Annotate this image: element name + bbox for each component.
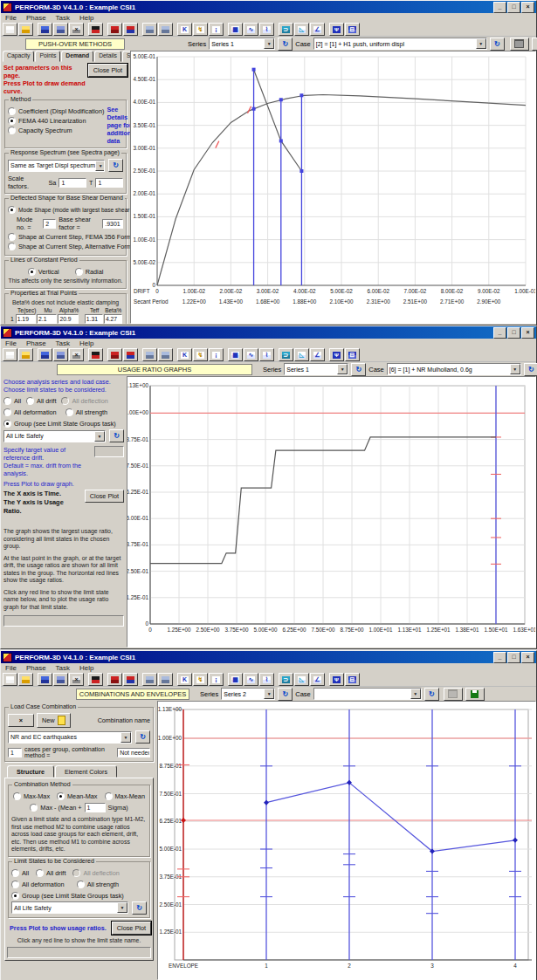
- chevron-down-icon[interactable]: ▼: [476, 38, 486, 49]
- maximize-icon[interactable]: □: [507, 652, 520, 663]
- base-shear-factor-field[interactable]: .9301: [102, 219, 123, 229]
- series-refresh-button[interactable]: ↻: [351, 363, 366, 376]
- trial-cell[interactable]: 4.27: [104, 314, 122, 324]
- close-plot-button[interactable]: Close Plot: [112, 922, 151, 935]
- case-dropdown[interactable]: [6] = [1] + NR Mulholland, 0.6g▼: [387, 363, 521, 375]
- toolbar-pan-view-icon[interactable]: [142, 348, 157, 361]
- toolbar-open-project-icon[interactable]: [18, 673, 33, 686]
- radio-max-mean[interactable]: Max-Mean: [105, 792, 145, 800]
- menu-help[interactable]: Help: [79, 14, 93, 22]
- radio-group[interactable]: Group (see Limit State Groups task): [11, 892, 147, 900]
- radio-all-strength[interactable]: All strength: [77, 881, 120, 888]
- toolbar-push-over-icon[interactable]: ⊃: [279, 348, 293, 361]
- radio-fema440[interactable]: FEMA 440 Linearization: [8, 117, 104, 125]
- radio-group[interactable]: Group (see Limit State Groups task): [3, 420, 124, 428]
- cases-per-group-field[interactable]: 1: [8, 748, 22, 757]
- spectrum-refresh-button[interactable]: ↻: [108, 159, 123, 172]
- group-refresh-button[interactable]: ↻: [132, 901, 147, 915]
- toolbar-pendulum-icon[interactable]: ¡: [209, 23, 224, 36]
- toolbar-limit-state-icon[interactable]: ◺: [294, 673, 309, 686]
- toolbar-save-as-icon[interactable]: [53, 673, 68, 686]
- tab-demand[interactable]: Demand: [61, 51, 93, 62]
- toolbar-display-screen-icon[interactable]: [88, 673, 103, 686]
- toolbar-time-history-icon[interactable]: ∿: [244, 348, 258, 361]
- series-refresh-button[interactable]: ↻: [278, 38, 293, 51]
- new-combination-button[interactable]: New: [37, 713, 71, 728]
- toolbar-stiffness-k-icon[interactable]: K: [177, 348, 192, 361]
- radio-all-drift[interactable]: All drift: [36, 869, 65, 877]
- title-bar[interactable]: PERFORM-3D V4.1.0 : Example CSI1 _ □ ×: [1, 326, 536, 339]
- tab-capacity[interactable]: Capacity: [3, 51, 34, 62]
- limit-state-group-dropdown[interactable]: All Life Safety▼: [11, 901, 128, 914]
- chevron-down-icon[interactable]: ▼: [264, 689, 274, 699]
- toolbar-display-monitor-icon[interactable]: ⊟: [345, 23, 360, 36]
- toolbar-pan-view-icon[interactable]: [142, 23, 157, 36]
- tab-element-colors[interactable]: Element Colors: [55, 765, 117, 778]
- toolbar-rotate-view-icon[interactable]: [158, 673, 173, 686]
- toolbar-frame-section-icon[interactable]: ▦: [228, 348, 243, 361]
- toolbar-save-icon[interactable]: [38, 23, 52, 36]
- toolbar-dynamic-load-icon[interactable]: ↯: [193, 348, 208, 361]
- toolbar-display-screen-icon[interactable]: [88, 348, 103, 361]
- menu-phase[interactable]: Phase: [26, 14, 46, 22]
- toolbar-tools-icon[interactable]: ×: [69, 348, 84, 361]
- radio-all[interactable]: All: [11, 869, 29, 877]
- toolbar-dynamic-load-icon[interactable]: ↯: [193, 673, 208, 686]
- chevron-down-icon[interactable]: ▼: [120, 732, 131, 743]
- toolbar-time-history-icon[interactable]: ∿: [244, 23, 258, 36]
- radio-mode-shape[interactable]: Mode Shape (mode with largest base shear…: [8, 206, 123, 214]
- maximize-icon[interactable]: □: [507, 327, 520, 339]
- series-dropdown[interactable]: Series 2▼: [221, 688, 275, 700]
- toolbar-tools-icon[interactable]: ×: [69, 673, 84, 686]
- toolbar-save-as-icon[interactable]: [53, 348, 68, 361]
- series-dropdown[interactable]: Series 1▼: [284, 363, 348, 375]
- chevron-down-icon[interactable]: ▼: [337, 364, 348, 374]
- title-bar[interactable]: PERFORM-3D V4.1.0 : Example CSI1 _ □ ×: [1, 1, 536, 13]
- toolbar-save-icon[interactable]: [38, 673, 52, 686]
- chevron-down-icon[interactable]: ▼: [94, 431, 105, 442]
- radio-max-max[interactable]: Max-Max: [13, 792, 50, 800]
- toolbar-combination-icon[interactable]: ᴪ: [329, 348, 344, 361]
- menu-phase[interactable]: Phase: [26, 339, 46, 347]
- usage-ratio-chart[interactable]: 01.25E-012.50E-013.75E-015.00E-016.25E-0…: [127, 376, 536, 648]
- toolbar-dynamic-load-icon[interactable]: ↯: [193, 23, 208, 36]
- sigma-field[interactable]: 1: [85, 803, 106, 812]
- radio-all-drift[interactable]: All drift: [26, 397, 56, 405]
- radio-shape-alternative[interactable]: Shape at Current Step, Alternative Formu…: [8, 243, 123, 250]
- toolbar-damping-icon[interactable]: ⌇: [259, 348, 274, 361]
- group-refresh-button[interactable]: ↻: [109, 429, 124, 442]
- close-icon[interactable]: ×: [521, 2, 534, 13]
- chevron-down-icon[interactable]: ▼: [117, 902, 127, 913]
- toolbar-structure-frame-icon[interactable]: [123, 348, 138, 361]
- tab-details[interactable]: Details: [94, 51, 121, 62]
- close-icon[interactable]: ×: [521, 652, 534, 663]
- delete-combination-button[interactable]: ×: [8, 714, 34, 727]
- toolbar-save-as-icon[interactable]: [53, 23, 68, 36]
- toolbar-open-project-icon[interactable]: [18, 23, 33, 36]
- combination-name-dropdown[interactable]: NR and EC earthquakes▼: [8, 731, 132, 744]
- toolbar-pendulum-icon[interactable]: ¡: [209, 348, 224, 361]
- trial-cell[interactable]: 2.1: [37, 314, 57, 324]
- minimize-icon[interactable]: _: [493, 652, 506, 663]
- chevron-down-icon[interactable]: ▼: [264, 38, 274, 49]
- toolbar-structure-frame-icon[interactable]: [123, 673, 138, 686]
- radio-all[interactable]: All: [3, 397, 21, 405]
- toolbar-tools-icon[interactable]: ×: [69, 23, 84, 36]
- radio-all-deflection[interactable]: All deflection: [61, 397, 107, 405]
- case-dropdown[interactable]: [2] = [1] + H1 push, uniform displ▼: [313, 38, 487, 50]
- title-bar[interactable]: PERFORM-3D V4.1.0 : Example CSI1 _ □ ×: [1, 651, 536, 663]
- radio-capacity-spectrum[interactable]: Capacity Spectrum: [8, 127, 104, 134]
- toolbar-time-history-icon[interactable]: ∿: [244, 673, 258, 686]
- menu-phase[interactable]: Phase: [26, 664, 46, 672]
- t-field[interactable]: 1: [95, 178, 123, 188]
- toolbar-stiffness-k-icon[interactable]: K: [177, 23, 192, 36]
- target-drift-field[interactable]: [94, 446, 124, 457]
- toolbar-pan-view-icon[interactable]: [142, 673, 157, 686]
- toolbar-display-monitor-icon[interactable]: ⊟: [345, 348, 360, 361]
- toolbar-usage-ratio-icon[interactable]: ∠: [310, 348, 325, 361]
- menu-help[interactable]: Help: [79, 664, 93, 672]
- case-refresh-button[interactable]: ↻: [424, 688, 439, 701]
- series-dropdown[interactable]: Series 1▼: [209, 38, 275, 50]
- toolbar-limit-state-icon[interactable]: ◺: [294, 23, 309, 36]
- combination-refresh-button[interactable]: ↻: [135, 730, 150, 744]
